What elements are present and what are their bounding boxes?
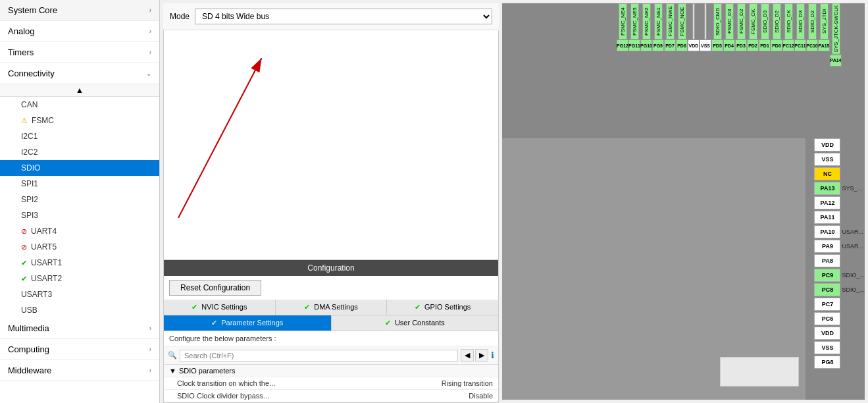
sidebar-item-connectivity[interactable]: Connectivity ⌄ bbox=[0, 63, 159, 84]
chevron-right-icon: › bbox=[149, 367, 151, 374]
chevron-right-icon: › bbox=[149, 7, 151, 14]
sidebar-item-label: Timers bbox=[8, 47, 34, 57]
top-pin-pd3: FSMC_D2 PD3 bbox=[735, 3, 747, 67]
pin-pc8-r: PC8 SDIO_... bbox=[814, 283, 865, 296]
search-bar: 🔍 ◀ ▶ ℹ bbox=[164, 346, 498, 365]
top-pin-fsmc-ne2: FSMC_NE2 PG10 bbox=[640, 3, 652, 67]
sidebar-sub-label: USART3 bbox=[21, 290, 52, 299]
top-pin-pd2: FSMC_CK PD2 bbox=[747, 3, 759, 67]
sidebar-item-label: Connectivity bbox=[8, 68, 55, 78]
pin-pa11-r: PA11 bbox=[814, 211, 865, 224]
pin-pa9-r: PA9 USAR... bbox=[814, 240, 865, 253]
collapse-icon[interactable]: ▼ bbox=[169, 367, 176, 375]
top-pin-pd5: SDIO_CMD PD5 bbox=[711, 3, 723, 67]
tab-bar-row2: ✔ Parameter Settings ✔ User Constants bbox=[164, 315, 498, 331]
tab-nvic-settings[interactable]: ✔ NVIC Settings bbox=[164, 300, 276, 315]
chip-body bbox=[502, 138, 805, 400]
error-circle-icon: ⊘ bbox=[21, 243, 27, 252]
sidebar-sub-label: I2C2 bbox=[21, 148, 38, 157]
sidebar-item-i2c1[interactable]: I2C1 bbox=[0, 128, 159, 144]
reset-configuration-button[interactable]: Reset Configuration bbox=[169, 280, 261, 296]
sidebar-item-computing[interactable]: Computing › bbox=[0, 339, 159, 360]
search-prev-button[interactable]: ◀ bbox=[461, 349, 474, 362]
sidebar-item-spi2[interactable]: SPI2 bbox=[0, 192, 159, 207]
top-panel: Mode SD 4 bits Wide bus bbox=[160, 0, 868, 403]
check-icon: ✔ bbox=[385, 319, 391, 327]
chip-diagram: FSMC_NE4 PG12 FSMC_NE3 PG11 FSMC_NE2 PG1… bbox=[502, 3, 865, 400]
sidebar-item-can[interactable]: CAN bbox=[0, 97, 159, 113]
top-pin-pd1: SDIO_D3 PD1 bbox=[759, 3, 771, 67]
chevron-right-icon: › bbox=[149, 325, 151, 332]
search-nav: ◀ ▶ bbox=[461, 349, 488, 362]
sidebar-item-fsmc[interactable]: ⚠ FSMC bbox=[0, 113, 159, 128]
chevron-right-icon: › bbox=[149, 28, 151, 35]
pin-pc7-r: PC7 bbox=[814, 298, 865, 311]
top-pin-fsmc-ne3: FSMC_NE3 PG11 bbox=[628, 3, 640, 67]
sidebar-item-usart2[interactable]: ✔ USART2 bbox=[0, 271, 159, 286]
top-pin-vss1: VSS bbox=[700, 3, 711, 67]
sidebar-item-sdio[interactable]: SDIO bbox=[0, 160, 159, 176]
mode-diagram bbox=[164, 30, 498, 259]
sidebar-item-usb[interactable]: USB bbox=[0, 302, 159, 318]
top-pin-pa15: SYS_JTDI PA15 bbox=[818, 3, 830, 67]
sidebar-sub-label: SDIO bbox=[21, 163, 40, 173]
sidebar-sub-label: USART2 bbox=[31, 274, 62, 283]
sidebar-item-timers[interactable]: Timers › bbox=[0, 42, 159, 63]
tab-parameter-settings[interactable]: ✔ Parameter Settings bbox=[164, 315, 332, 331]
search-input[interactable] bbox=[180, 350, 458, 362]
top-pin-fsmc-ne4: FSMC_NE4 PG12 bbox=[617, 3, 628, 67]
sidebar-item-usart3[interactable]: USART3 bbox=[0, 286, 159, 302]
sidebar-sub-label: SPI3 bbox=[21, 211, 38, 220]
config-header: Configuration bbox=[164, 260, 498, 276]
mode-select[interactable]: SD 4 bits Wide bus bbox=[195, 9, 492, 24]
top-pin-labels: FSMC_NE4 PG12 FSMC_NE3 PG11 FSMC_NE2 PG1… bbox=[502, 3, 842, 67]
sidebar-sub-label: USART1 bbox=[31, 258, 62, 267]
sidebar-sub-label: UART5 bbox=[31, 242, 57, 252]
pin-vss2-r: VSS bbox=[814, 341, 865, 354]
tab-user-constants[interactable]: ✔ User Constants bbox=[332, 315, 499, 331]
param-row-0: Clock transition on which the... Rising … bbox=[164, 377, 498, 390]
pin-pa10-r: PA10 USAR... bbox=[814, 225, 865, 238]
pin-vdd2-r: VDD bbox=[814, 327, 865, 340]
sdio-params-header: ▼ SDIO parameters bbox=[164, 365, 498, 377]
sidebar-item-label: Analog bbox=[8, 26, 34, 36]
pin-pc6-r: PC6 bbox=[814, 312, 865, 325]
top-pin-pd6: FSMC_NOE PD6 bbox=[676, 3, 688, 67]
sidebar-item-uart4[interactable]: ⊘ UART4 bbox=[0, 223, 159, 239]
chevron-right-icon: › bbox=[149, 49, 151, 56]
mode-bar: Mode SD 4 bits Wide bus bbox=[163, 3, 499, 30]
sidebar-item-usart1[interactable]: ✔ USART1 bbox=[0, 255, 159, 271]
sidebar-item-label: Middleware bbox=[8, 365, 51, 375]
sidebar-item-spi1[interactable]: SPI1 bbox=[0, 176, 159, 192]
sidebar-sub-label: SPI1 bbox=[21, 179, 38, 188]
sidebar-item-system-core[interactable]: System Core › bbox=[0, 0, 159, 21]
tab-dma-settings[interactable]: ✔ DMA Settings bbox=[276, 300, 388, 315]
sidebar-item-i2c2[interactable]: I2C2 bbox=[0, 144, 159, 160]
search-next-button[interactable]: ▶ bbox=[475, 349, 488, 362]
top-pin-pd0: SDIO_D2 PD0 bbox=[771, 3, 782, 67]
config-buttons-area: Reset Configuration bbox=[164, 276, 498, 300]
error-circle-icon: ⊘ bbox=[21, 227, 27, 236]
check-circle-icon: ✔ bbox=[21, 259, 27, 267]
chip-bottom-indicator bbox=[720, 357, 799, 387]
collapse-indicator[interactable]: ▲ bbox=[0, 84, 159, 97]
info-icon[interactable]: ℹ bbox=[491, 350, 494, 360]
chevron-right-icon: › bbox=[149, 346, 151, 353]
check-icon: ✔ bbox=[211, 319, 217, 327]
tab-gpio-settings[interactable]: ✔ GPIO Settings bbox=[387, 300, 498, 315]
sidebar-item-analog[interactable]: Analog › bbox=[0, 21, 159, 42]
check-icon: ✔ bbox=[304, 303, 310, 311]
configure-text: Configure the below parameters : bbox=[164, 331, 498, 346]
sidebar-item-middleware[interactable]: Middleware › bbox=[0, 360, 159, 381]
sidebar-item-uart5[interactable]: ⊘ UART5 bbox=[0, 239, 159, 255]
sidebar-item-multimedia[interactable]: Multimedia › bbox=[0, 318, 159, 339]
pin-pg8-r: PG8 bbox=[814, 356, 865, 369]
pin-nc-r: NC bbox=[814, 167, 865, 180]
sidebar-item-spi3[interactable]: SPI3 bbox=[0, 207, 159, 223]
pin-pc9-r: PC9 SDIO_... bbox=[814, 269, 865, 282]
pin-pa12-r: PA12 bbox=[814, 196, 865, 209]
mode-label: Mode bbox=[170, 12, 190, 21]
main-content: Mode SD 4 bits Wide bus bbox=[160, 0, 868, 403]
sidebar-item-label: System Core bbox=[8, 5, 57, 15]
pin-vdd-r: VDD bbox=[814, 138, 865, 151]
